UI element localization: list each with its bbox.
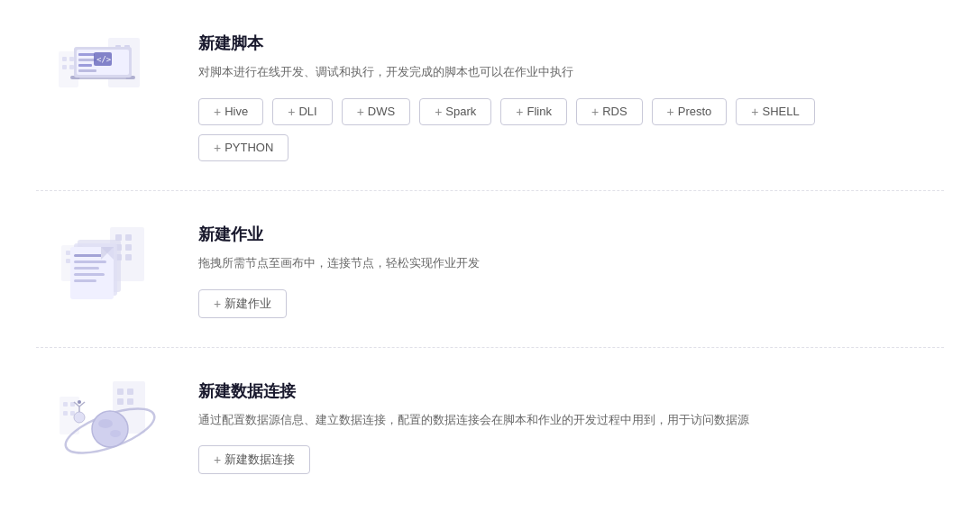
btn-flink[interactable]: + Flink — [500, 98, 567, 125]
plus-icon: + — [516, 105, 523, 119]
job-icon — [36, 220, 180, 310]
svg-rect-32 — [66, 259, 70, 263]
btn-shell[interactable]: + SHELL — [736, 98, 814, 125]
datasource-desc: 通过配置数据源信息、建立数据连接，配置的数据连接会在脚本和作业的开发过程中用到，… — [198, 411, 944, 430]
datasource-title: 新建数据连接 — [198, 380, 944, 402]
plus-icon: + — [214, 452, 221, 467]
plus-icon: + — [214, 105, 221, 119]
datasource-icon — [36, 377, 180, 467]
btn-spark[interactable]: + Spark — [419, 98, 491, 125]
svg-rect-17 — [78, 64, 92, 67]
datasource-button-group: + 新建数据连接 — [198, 445, 944, 474]
btn-rds[interactable]: + RDS — [576, 98, 643, 125]
svg-rect-44 — [127, 388, 133, 395]
job-content: 新建作业 拖拽所需节点至画布中，连接节点，轻松实现作业开发 + 新建作业 — [198, 220, 944, 318]
svg-rect-8 — [62, 57, 67, 61]
plus-icon: + — [591, 105, 599, 119]
svg-rect-50 — [63, 411, 68, 416]
svg-point-56 — [110, 430, 121, 437]
script-icon: </> — [36, 29, 180, 110]
svg-rect-11 — [69, 65, 74, 69]
btn-new-datasource[interactable]: + 新建数据连接 — [198, 445, 310, 474]
btn-hive[interactable]: + Hive — [198, 98, 263, 125]
svg-rect-21 — [79, 78, 126, 79]
job-desc: 拖拽所需节点至画布中，连接节点，轻松实现作业开发 — [198, 254, 944, 273]
script-section: </> 新建脚本 对脚本进行在线开发、调试和执行，开发完成的脚本也可以在作业中执… — [36, 0, 944, 191]
btn-python[interactable]: + PYTHON — [198, 134, 289, 161]
plus-icon: + — [357, 105, 364, 119]
svg-rect-46 — [127, 398, 133, 405]
btn-new-job[interactable]: + 新建作业 — [198, 289, 287, 318]
svg-rect-37 — [74, 254, 103, 257]
svg-rect-23 — [115, 234, 122, 241]
svg-rect-9 — [69, 57, 74, 61]
svg-rect-39 — [74, 267, 99, 270]
svg-rect-30 — [66, 251, 70, 255]
job-section: 新建作业 拖拽所需节点至画布中，连接节点，轻松实现作业开发 + 新建作业 — [36, 191, 944, 348]
job-button-group: + 新建作业 — [198, 289, 944, 318]
plus-icon: + — [214, 141, 221, 155]
btn-dli[interactable]: + DLI — [272, 98, 332, 125]
svg-rect-10 — [62, 65, 67, 69]
plus-icon: + — [751, 105, 758, 119]
svg-rect-45 — [117, 398, 124, 405]
plus-icon: + — [214, 297, 221, 311]
svg-rect-24 — [125, 234, 132, 241]
svg-rect-28 — [125, 254, 132, 260]
svg-rect-41 — [74, 279, 96, 282]
svg-rect-43 — [117, 388, 124, 395]
datasource-content: 新建数据连接 通过配置数据源信息、建立数据连接，配置的数据连接会在脚本和作业的开… — [198, 377, 944, 475]
svg-rect-18 — [78, 69, 96, 72]
svg-point-62 — [78, 400, 81, 404]
svg-rect-40 — [74, 273, 105, 276]
job-title: 新建作业 — [198, 224, 944, 245]
datasource-section: 新建数据连接 通过配置数据源信息、建立数据连接，配置的数据连接会在脚本和作业的开… — [36, 348, 944, 504]
svg-rect-38 — [74, 260, 106, 263]
script-content: 新建脚本 对脚本进行在线开发、调试和执行，开发完成的脚本也可以在作业中执行 + … — [198, 29, 944, 161]
btn-presto[interactable]: + Presto — [652, 98, 728, 125]
plus-icon: + — [435, 105, 442, 119]
script-title: 新建脚本 — [198, 32, 944, 54]
plus-icon: + — [667, 105, 674, 119]
script-button-group-row2: + PYTHON — [198, 134, 944, 161]
plus-icon: + — [288, 105, 295, 119]
svg-text:</>: </> — [96, 55, 112, 64]
script-button-group: + Hive + DLI + DWS + Spark + Flink — [198, 98, 944, 125]
svg-rect-48 — [63, 402, 68, 407]
svg-rect-15 — [78, 53, 95, 56]
script-desc: 对脚本进行在线开发、调试和执行，开发完成的脚本也可以在作业中执行 — [198, 63, 944, 82]
btn-dws[interactable]: + DWS — [342, 98, 411, 125]
page-container: </> 新建脚本 对脚本进行在线开发、调试和执行，开发完成的脚本也可以在作业中执… — [0, 0, 980, 503]
svg-rect-26 — [125, 244, 132, 251]
svg-point-55 — [98, 419, 113, 428]
